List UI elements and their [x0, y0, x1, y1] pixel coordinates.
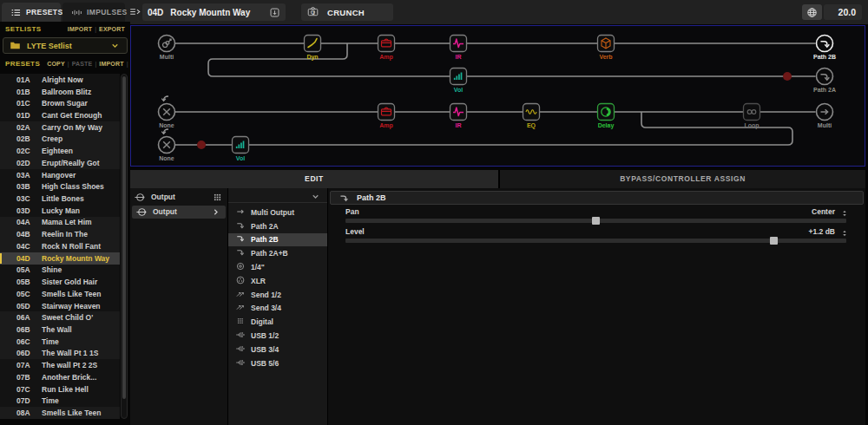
- model-item-usb-3-4[interactable]: USB 3/4: [228, 343, 327, 356]
- node-none[interactable]: None: [159, 129, 175, 161]
- preset-row-04B[interactable]: 04B Reelin In The: [0, 228, 120, 240]
- model-item-path-2a-b[interactable]: Path 2A+B: [228, 246, 327, 260]
- preset-row-06C[interactable]: 06C Time: [0, 336, 120, 348]
- preset-menu-icon[interactable]: [129, 6, 141, 17]
- model-filter-dropdown[interactable]: [228, 191, 327, 203]
- grid-view-icon[interactable]: [212, 192, 223, 203]
- tempo-globe-button[interactable]: [802, 4, 822, 20]
- block-vol[interactable]: Vol: [450, 69, 467, 93]
- param-slider-handle[interactable]: [592, 217, 600, 225]
- block-ir[interactable]: IR: [450, 36, 467, 60]
- preset-row-03D[interactable]: 03D Lucky Man: [0, 205, 120, 217]
- scrollbar-thumb[interactable]: [122, 76, 126, 399]
- svg-text:None: None: [159, 122, 174, 128]
- preset-row-06D[interactable]: 06D The Wall Pt 1 1S: [0, 348, 120, 360]
- param-slider-handle[interactable]: [770, 237, 778, 245]
- action-paste[interactable]: PASTE: [72, 61, 93, 67]
- param-slider-track[interactable]: [345, 219, 846, 223]
- tempo-value[interactable]: 20.0: [824, 4, 862, 20]
- preset-title: The wall Pt 2 2S: [42, 361, 97, 369]
- preset-row-03A[interactable]: 03A Hangover: [0, 169, 120, 181]
- preset-row-07A[interactable]: 07A The wall Pt 2 2S: [0, 359, 120, 371]
- model-item-send-3-4[interactable]: Send 3/4: [228, 302, 327, 316]
- tab-impulses[interactable]: IMPULSES: [62, 3, 125, 22]
- preset-id: 05B: [16, 278, 30, 286]
- preset-row-07D[interactable]: 07D Time: [0, 395, 120, 407]
- preset-row-06A[interactable]: 06A Sweet Child O': [0, 311, 120, 324]
- snapshot-selector[interactable]: 1 CRUNCH: [301, 3, 393, 21]
- block-amp[interactable]: Amp: [378, 36, 395, 61]
- preset-row-05D[interactable]: 05D Stairway Heaven: [0, 300, 120, 312]
- block-verb[interactable]: Verb: [598, 36, 615, 60]
- block-amp[interactable]: Amp: [378, 104, 395, 129]
- preset-row-04A[interactable]: 04A Mama Let Him: [0, 217, 120, 229]
- preset-list-scrollbar[interactable]: [121, 74, 128, 419]
- node-path-2a[interactable]: Path 2A: [813, 69, 836, 94]
- preset-row-07B[interactable]: 07B Another Brick...: [0, 371, 120, 383]
- preset-row-03B[interactable]: 03B High Class Shoes: [0, 180, 120, 193]
- split-dot[interactable]: [783, 72, 792, 81]
- block-vol[interactable]: Vol: [233, 137, 249, 161]
- preset-display[interactable]: 04D Rocky Mountn Way: [142, 3, 286, 21]
- selected-block-header: Path 2B: [330, 191, 864, 205]
- preset-row-01B[interactable]: 01B Ballroom Blitz: [0, 86, 120, 98]
- jack-icon: [235, 261, 246, 273]
- model-item-1-4-[interactable]: 1/4": [228, 260, 327, 274]
- preset-row-01A[interactable]: 01A Alright Now: [0, 74, 120, 86]
- preset-row-08A[interactable]: 08A Smells Like Teen: [0, 407, 120, 419]
- block-loop[interactable]: Loop: [744, 104, 760, 129]
- param-value[interactable]: +1.2 dB: [809, 227, 835, 236]
- node-multi[interactable]: Multi: [817, 104, 833, 129]
- preset-row-05C[interactable]: 05C Smells Like Teen: [0, 288, 120, 300]
- param-slider-track[interactable]: [345, 239, 846, 243]
- node-multi[interactable]: Multi: [159, 36, 175, 61]
- preset-title: Alright Now: [42, 75, 83, 84]
- block-ir[interactable]: IR: [450, 104, 467, 128]
- preset-row-01C[interactable]: 01C Brown Sugar: [0, 97, 120, 109]
- tab-edit[interactable]: EDIT: [130, 170, 498, 188]
- svg-text:Multi: Multi: [818, 122, 832, 128]
- preset-row-02A[interactable]: 02A Carry On My Way: [0, 121, 120, 134]
- preset-number: 04D: [148, 8, 163, 17]
- preset-row-02C[interactable]: 02C Eighteen: [0, 145, 120, 157]
- action-export[interactable]: EXPORT: [99, 26, 125, 32]
- action-import[interactable]: IMPORT: [99, 61, 123, 67]
- setlist-name: LYTE Setlist: [27, 42, 103, 50]
- svg-text:Multi: Multi: [160, 54, 174, 60]
- preset-row-02B[interactable]: 02B Creep: [0, 134, 120, 146]
- preset-row-04D[interactable]: 04D Rocky Mountn Way: [0, 252, 120, 265]
- preset-title: Smells Like Teen: [42, 409, 101, 417]
- block-dyn[interactable]: Dyn: [305, 36, 321, 61]
- preset-title: Cant Get Enough: [42, 111, 102, 120]
- block-delay[interactable]: Delay: [598, 104, 615, 129]
- action-copy[interactable]: COPY: [47, 61, 65, 67]
- model-item-usb-1-2[interactable]: USB 1/2: [228, 329, 327, 343]
- hx-edit-window: PRESETS IMPULSES 04D Rocky Mountn Way 1 …: [0, 0, 868, 425]
- tab-bypass-controller-assign[interactable]: BYPASS/CONTROLLER ASSIGN: [500, 170, 865, 188]
- preset-row-04C[interactable]: 04C Rock N Roll Fant: [0, 240, 120, 252]
- preset-row-02D[interactable]: 02D Erupt/Really Got: [0, 157, 120, 169]
- node-none[interactable]: None: [159, 96, 175, 128]
- preset-title: Erupt/Really Got: [42, 159, 100, 167]
- save-icon[interactable]: [269, 7, 280, 18]
- action-import[interactable]: IMPORT: [68, 26, 92, 32]
- input-arrow-icon: [161, 129, 168, 134]
- node-path-2b[interactable]: Path 2B: [813, 36, 836, 61]
- param-value[interactable]: Center: [812, 207, 835, 216]
- setlist-selector[interactable]: LYTE Setlist: [3, 37, 128, 54]
- model-item-usb-5-6[interactable]: USB 5/6: [228, 356, 327, 370]
- model-item-xlr[interactable]: XLR: [228, 274, 327, 288]
- block-eq[interactable]: EQ: [523, 104, 540, 129]
- preset-row-07C[interactable]: 07C Run Like Hell: [0, 383, 120, 396]
- preset-id: 01B: [16, 88, 30, 96]
- model-item-digital[interactable]: Digital: [228, 315, 327, 329]
- usb-icon: [235, 357, 246, 369]
- model-item-send-1-2[interactable]: Send 1/2: [228, 288, 327, 302]
- preset-row-05A[interactable]: 05A Shine: [0, 265, 120, 277]
- split-dot[interactable]: [197, 141, 206, 149]
- preset-row-06B[interactable]: 06B The Wall: [0, 324, 120, 336]
- preset-row-05B[interactable]: 05B Sister Gold Hair: [0, 276, 120, 288]
- preset-row-03C[interactable]: 03C Little Bones: [0, 193, 120, 205]
- preset-row-01D[interactable]: 01D Cant Get Enough: [0, 109, 120, 121]
- tab-presets[interactable]: PRESETS: [2, 3, 61, 22]
